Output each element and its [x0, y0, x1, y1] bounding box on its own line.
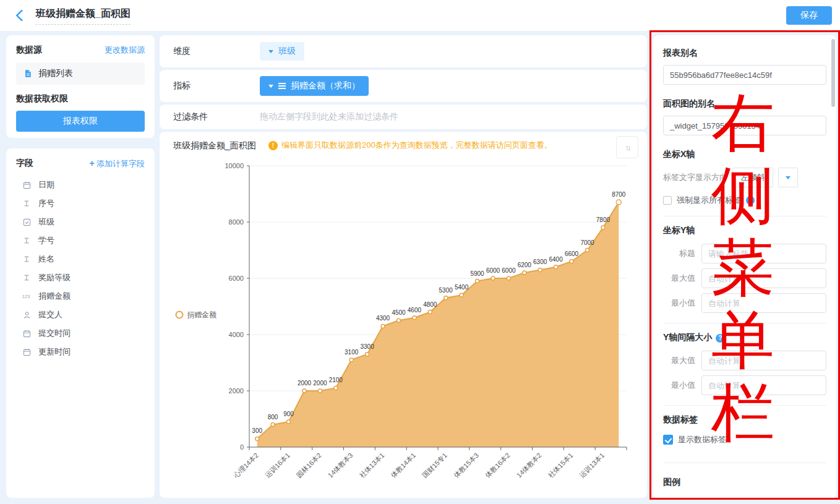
svg-text:4600: 4600: [408, 307, 422, 314]
top-bar: 班级捐赠金额_面积图 保存: [0, 0, 840, 31]
svg-text:社体15本1: 社体15本1: [547, 451, 575, 479]
info-icon[interactable]: ?: [746, 196, 755, 205]
field-item[interactable]: 提交人: [16, 305, 145, 324]
text-icon: [21, 237, 32, 244]
dimension-tag[interactable]: 班级: [260, 42, 304, 61]
settings-panel: 报表别名 面积图的别名 坐标X轴 标签文字显示方向 左倾斜 强制显示所有标签 ?…: [653, 35, 836, 498]
label-direction-select[interactable]: 左倾斜: [732, 168, 773, 187]
fields-card: 字段 +添加计算字段 日期序号班级学号姓名奖励等级123捐赠金额提交人提交时间更…: [6, 148, 155, 498]
svg-text:体教16本2: 体教16本2: [483, 451, 512, 480]
back-icon[interactable]: [15, 9, 28, 22]
field-item[interactable]: 序号: [16, 194, 145, 213]
yaxis-max-input[interactable]: [701, 268, 826, 288]
svg-text:7000: 7000: [580, 239, 594, 246]
svg-text:6000: 6000: [502, 267, 516, 274]
yaxis-title: 坐标Y轴: [663, 225, 826, 237]
help-icon[interactable]: ?: [716, 334, 724, 343]
svg-text:14体教本2: 14体教本2: [515, 451, 543, 479]
fields-list: 日期序号班级学号姓名奖励等级123捐赠金额提交人提交时间更新时间: [16, 176, 145, 361]
force-labels-checkbox[interactable]: [663, 196, 672, 205]
fields-title: 字段: [16, 158, 33, 169]
data-access-title: 数据获取权限: [16, 93, 145, 105]
field-label: 提交时间: [38, 328, 71, 339]
interval-max-label: 最大值: [663, 355, 695, 366]
datalabel-title: 数据标签: [663, 414, 826, 427]
label-direction-caret-button[interactable]: [778, 168, 798, 187]
filter-label: 过滤条件: [173, 111, 260, 122]
field-label: 日期: [38, 179, 54, 190]
svg-text:2000: 2000: [298, 380, 312, 387]
change-datasource-link[interactable]: 更改数据源: [105, 45, 145, 56]
svg-text:2100: 2100: [329, 377, 343, 383]
chart-card: 班级捐赠金额_面积图 ! 编辑界面只取数据源前200条作为查询数据预览，完整数据…: [160, 132, 647, 498]
svg-text:300: 300: [252, 427, 262, 434]
show-datalabel-checkbox[interactable]: [663, 435, 673, 445]
svg-text:6200: 6200: [518, 262, 532, 268]
field-label: 学号: [38, 235, 54, 246]
svg-text:心理14本2: 心理14本2: [232, 451, 260, 480]
xaxis-title: 坐标X轴: [663, 149, 826, 161]
field-item[interactable]: 班级: [16, 213, 145, 231]
chevron-down-icon: [786, 176, 791, 179]
divider: [663, 323, 826, 323]
filter-row[interactable]: 过滤条件 拖动左侧字段到此处来添加过滤条件: [160, 105, 647, 129]
field-label: 奖励等级: [38, 272, 71, 283]
field-item[interactable]: 日期: [16, 176, 145, 194]
svg-text:体教15本3: 体教15本3: [452, 451, 480, 480]
text-icon: [21, 200, 32, 207]
yaxis-min-label: 最小值: [663, 297, 695, 309]
calendar-icon: [21, 348, 32, 356]
area-chart: 0200040006000800010000300800900200020002…: [160, 147, 647, 497]
svg-text:6000: 6000: [486, 267, 500, 274]
divider: [663, 216, 826, 216]
metric-row: 指标 捐赠金额（求和）: [160, 70, 647, 102]
svg-text:2000: 2000: [313, 380, 327, 387]
svg-text:5400: 5400: [455, 284, 469, 291]
dimension-label: 维度: [173, 46, 260, 57]
field-label: 序号: [38, 198, 54, 209]
svg-text:4500: 4500: [392, 309, 406, 316]
svg-text:3100: 3100: [345, 349, 359, 356]
yaxis-caption-input[interactable]: [701, 244, 826, 263]
dimension-row: 维度 班级: [160, 35, 647, 67]
svg-text:3300: 3300: [360, 343, 374, 350]
report-alias-input[interactable]: [663, 65, 826, 85]
area-fill: [257, 202, 619, 447]
svg-text:4000: 4000: [229, 331, 244, 338]
aggregate-icon: [278, 83, 286, 89]
chevron-down-icon: [268, 50, 273, 53]
svg-text:10000: 10000: [225, 162, 244, 169]
legend[interactable]: 捐赠金额: [176, 310, 217, 319]
svg-text:900: 900: [283, 411, 294, 417]
number-icon: 123: [21, 293, 32, 300]
yaxis-min-input[interactable]: [701, 293, 826, 313]
metric-tag[interactable]: 捐赠金额（求和）: [260, 76, 369, 96]
field-item[interactable]: 123捐赠金额: [16, 287, 145, 305]
save-button[interactable]: 保存: [786, 6, 832, 25]
document-icon: [22, 69, 33, 78]
add-calculated-field-link[interactable]: +添加计算字段: [89, 158, 145, 169]
field-item[interactable]: 提交时间: [16, 324, 145, 343]
field-item[interactable]: 奖励等级: [16, 268, 145, 287]
svg-text:8000: 8000: [229, 218, 244, 226]
yaxis-max-label: 最大值: [663, 273, 695, 284]
select-icon: [21, 218, 32, 226]
field-item[interactable]: 学号: [16, 231, 145, 250]
field-item[interactable]: 姓名: [16, 250, 145, 268]
legend-section-title: 图例: [663, 477, 826, 489]
interval-min-input[interactable]: [701, 375, 826, 395]
calendar-icon: [21, 181, 32, 189]
datasource-table-item[interactable]: 捐赠列表: [16, 62, 145, 85]
interval-max-input[interactable]: [701, 351, 826, 370]
calendar-icon: [21, 330, 32, 338]
filter-placeholder: 拖动左侧字段到此处来添加过滤条件: [260, 111, 398, 122]
chevron-down-icon: [268, 85, 273, 88]
area-alias-input[interactable]: [663, 116, 826, 135]
person-icon: [21, 311, 32, 319]
report-permission-button[interactable]: 报表权限: [16, 111, 145, 132]
report-alias-title: 报表别名: [663, 48, 826, 60]
divider: [663, 405, 826, 406]
panel-scrollbar[interactable]: [831, 39, 835, 107]
field-label: 提交人: [38, 309, 62, 320]
field-item[interactable]: 更新时间: [16, 343, 145, 361]
